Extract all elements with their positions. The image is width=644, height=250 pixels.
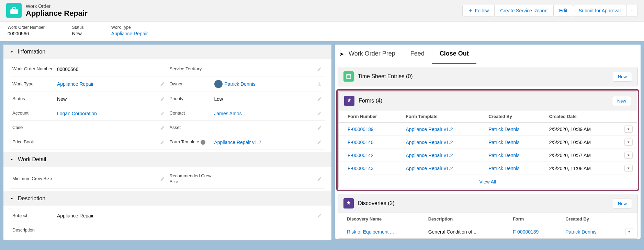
form-number-link[interactable]: F-00000142 <box>348 153 374 158</box>
edit-icon[interactable] <box>159 96 166 102</box>
edit-icon[interactable] <box>316 139 323 145</box>
edit-icon[interactable] <box>159 176 166 182</box>
row-action-button[interactable]: ▾ <box>624 139 633 146</box>
info-icon[interactable]: i <box>201 140 205 145</box>
tab-feed[interactable]: Feed <box>403 45 432 64</box>
edit-icon[interactable] <box>316 66 323 72</box>
field-min-crew-label: Minimum Crew Size <box>12 176 57 182</box>
chevron-down-icon <box>9 196 14 201</box>
highlight-work-type: Work Type Appliance Repair <box>111 25 148 36</box>
field-account-link[interactable]: Logan Corporation <box>57 111 97 116</box>
change-owner-icon[interactable] <box>316 81 323 87</box>
col-form-number: Form Number <box>339 110 397 123</box>
field-rec-crew-label: Recommended Crew Size <box>170 173 214 185</box>
record-header: Work Order Appliance Repair Follow Creat… <box>0 0 644 21</box>
created-by-link[interactable]: Patrick Dennis <box>488 140 519 145</box>
table-row: F-00000142 Appliance Repair v1.2 Patrick… <box>339 149 637 162</box>
field-account-label: Account <box>12 110 57 116</box>
created-by-link[interactable]: Patrick Dennis <box>488 166 519 171</box>
form-number-link[interactable]: F-00000143 <box>348 166 374 171</box>
field-subject-label: Subject <box>12 213 57 219</box>
discoveries-title[interactable]: Discoveries (2) <box>358 200 395 206</box>
col-created-by: Created By <box>479 110 540 123</box>
edit-button[interactable]: Edit <box>553 5 573 16</box>
edit-icon[interactable] <box>159 81 166 87</box>
forms-highlight-annotation: Forms (4) New Form Number Form Template … <box>336 89 639 191</box>
section-work-detail-header[interactable]: Work Detail <box>3 152 331 167</box>
follow-label: Follow <box>475 8 489 13</box>
submit-approval-button[interactable]: Submit for Approval <box>573 5 626 16</box>
table-row: F-00000140 Appliance Repair v1.2 Patrick… <box>339 136 637 149</box>
field-work-type-link[interactable]: Appliance Repair <box>57 81 94 87</box>
field-description-label: Description <box>12 227 57 233</box>
created-date: 2/5/2020, 11:08 AM <box>540 162 615 175</box>
field-wo-number-label: Work Order Number <box>12 66 57 72</box>
form-number-link[interactable]: F-00000140 <box>348 140 374 145</box>
follow-button[interactable]: Follow <box>462 5 495 16</box>
row-action-button[interactable]: ▾ <box>624 165 633 172</box>
table-row: F-00000139 Appliance Repair v1.2 Patrick… <box>339 123 637 136</box>
field-case-label: Case <box>12 125 57 131</box>
edit-icon[interactable] <box>159 110 166 117</box>
discoveries-header: Discoveries (2) New <box>338 194 637 213</box>
row-action-button[interactable]: ▾ <box>625 228 633 235</box>
highlight-status: Status New <box>72 25 84 36</box>
discovery-created-by-link[interactable]: Patrick Dennis <box>565 229 596 235</box>
wo-number-label: Work Order Number <box>8 25 45 30</box>
created-by-link[interactable]: Patrick Dennis <box>488 127 519 132</box>
col-form-template: Form Template <box>397 110 480 123</box>
edit-icon[interactable] <box>159 139 166 145</box>
field-work-type-label: Work Type <box>12 81 57 87</box>
time-sheet-new-button[interactable]: New <box>613 72 632 82</box>
status-label: Status <box>72 25 84 30</box>
field-contact-link[interactable]: James Amos <box>214 111 242 116</box>
timesheet-icon <box>343 71 354 82</box>
chevron-down-icon <box>630 8 634 12</box>
field-owner-link[interactable]: Patrick Dennis <box>225 81 256 87</box>
edit-icon[interactable] <box>316 176 323 182</box>
form-template-link[interactable]: Appliance Repair v1.2 <box>406 140 453 145</box>
field-priority-value: Low <box>214 96 317 102</box>
create-service-report-button[interactable]: Create Service Report <box>494 5 554 16</box>
more-actions-button[interactable] <box>626 5 638 16</box>
form-template-link[interactable]: Appliance Repair v1.2 <box>406 166 453 171</box>
form-number-link[interactable]: F-00000139 <box>348 127 374 132</box>
row-action-button[interactable]: ▾ <box>624 152 633 159</box>
created-by-link[interactable]: Patrick Dennis <box>488 153 519 158</box>
discoveries-new-button[interactable]: New <box>613 199 632 209</box>
forms-title[interactable]: Forms (4) <box>359 98 382 104</box>
field-form-template-link[interactable]: Appliance Repair v1.2 <box>214 140 261 145</box>
forms-view-all-link[interactable]: View All <box>479 179 496 184</box>
tab-close-out[interactable]: Close Out <box>432 45 476 64</box>
form-template-link[interactable]: Appliance Repair v1.2 <box>406 153 453 158</box>
field-subject-value: Appliance Repair <box>57 213 316 218</box>
section-information-header[interactable]: Information <box>3 45 331 59</box>
wo-number-value: 00000566 <box>8 31 45 36</box>
time-sheet-entries-title[interactable]: Time Sheet Entries (0) <box>358 73 413 80</box>
col-discovery-desc: Description <box>419 213 504 225</box>
table-row: Risk of Equipement ... General Condition… <box>338 225 637 238</box>
form-template-link[interactable]: Appliance Repair v1.2 <box>406 127 453 132</box>
edit-icon[interactable] <box>316 96 323 102</box>
tab-work-order-prep[interactable]: Work Order Prep <box>341 45 403 64</box>
highlights-panel: Work Order Number 00000566 Status New Wo… <box>0 21 644 41</box>
discovery-name-link[interactable]: Risk of Equipement ... <box>347 229 394 235</box>
col-discovery-form: Form <box>504 213 557 225</box>
work-type-link[interactable]: Appliance Repair <box>111 31 148 36</box>
description-body: SubjectAppliance Repair Description <box>3 206 331 240</box>
section-description-title: Description <box>18 195 45 202</box>
tabs: Work Order Prep Feed Close Out <box>335 45 641 64</box>
edit-icon[interactable] <box>316 110 323 117</box>
header-actions: Follow Create Service Report Edit Submit… <box>463 5 638 16</box>
created-date: 2/5/2020, 10:39 AM <box>540 123 615 136</box>
field-wo-number-value: 00000566 <box>57 67 166 72</box>
section-description-header[interactable]: Description <box>3 191 331 206</box>
discovery-form-link[interactable]: F-00000139 <box>513 229 539 235</box>
edit-icon[interactable] <box>316 125 323 131</box>
created-date: 2/5/2020, 10:57 AM <box>540 149 615 162</box>
field-asset-label: Asset <box>170 125 214 131</box>
forms-new-button[interactable]: New <box>612 96 631 106</box>
row-action-button[interactable]: ▾ <box>624 126 633 133</box>
edit-icon[interactable] <box>159 125 166 131</box>
edit-icon[interactable] <box>316 213 323 219</box>
